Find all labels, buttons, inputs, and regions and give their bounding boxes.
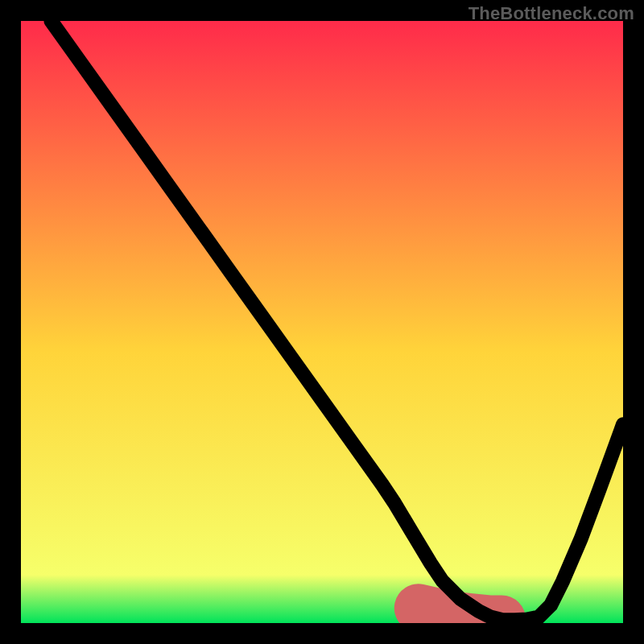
bottleneck-chart (21, 21, 623, 623)
chart-svg (21, 21, 623, 623)
